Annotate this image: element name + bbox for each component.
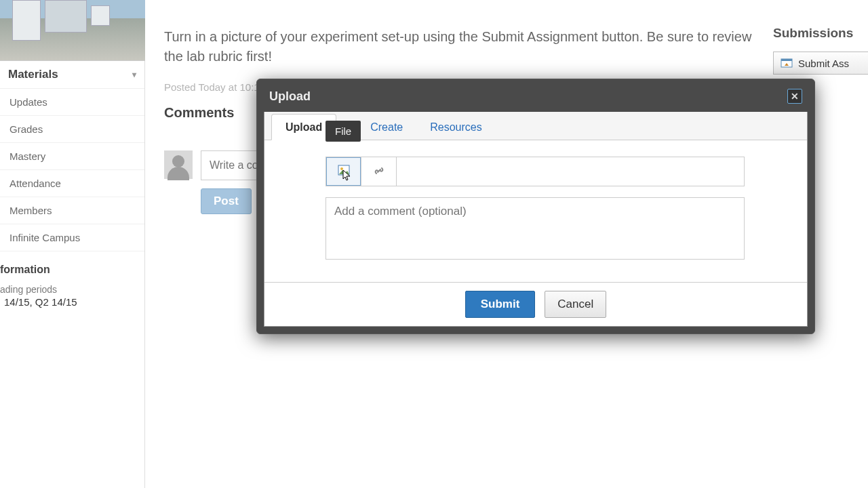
materials-header[interactable]: Materials ▾ xyxy=(0,61,144,89)
submit-icon xyxy=(781,57,793,69)
attachment-drop-area[interactable] xyxy=(397,157,744,186)
materials-label: Materials xyxy=(8,68,58,81)
information-header: formation xyxy=(0,256,144,280)
grading-periods-label: ading periods xyxy=(0,280,144,296)
grading-periods-value: 14/15, Q2 14/15 xyxy=(0,296,144,308)
sidebar-item-attendance[interactable]: Attendance xyxy=(0,170,144,197)
sidebar-item-label: Mastery xyxy=(9,150,45,162)
svg-rect-1 xyxy=(781,59,792,61)
sidebar-item-mastery[interactable]: Mastery xyxy=(0,143,144,170)
file-tooltip: File xyxy=(326,121,361,142)
chevron-down-icon: ▾ xyxy=(132,70,136,79)
cancel-button[interactable]: Cancel xyxy=(545,291,606,318)
close-icon: ✕ xyxy=(791,91,799,102)
link-icon xyxy=(372,164,386,180)
sidebar: Materials ▾ Updates Grades Mastery Atten… xyxy=(0,0,145,488)
sidebar-item-label: Grades xyxy=(9,123,43,135)
dialog-titlebar: Upload ✕ xyxy=(264,86,808,112)
post-button[interactable]: Post xyxy=(201,188,252,214)
attach-link-button[interactable] xyxy=(361,157,397,186)
sidebar-item-label: Members xyxy=(9,205,52,216)
upload-dialog: Upload ✕ Upload Create Resources xyxy=(256,79,815,334)
upload-comment-input[interactable] xyxy=(326,197,745,260)
assignment-description: Turn in a picture of your experiment set… xyxy=(164,27,754,66)
sidebar-item-label: Updates xyxy=(9,96,47,108)
tab-resources[interactable]: Resources xyxy=(416,115,495,140)
dialog-footer: Submit Cancel xyxy=(264,282,807,326)
dialog-title: Upload xyxy=(269,89,311,104)
avatar xyxy=(164,150,193,179)
submit-button[interactable]: Submit xyxy=(465,291,536,318)
submissions-panel: Submissions Submit Ass xyxy=(773,26,868,75)
attachment-toolbar xyxy=(326,157,745,186)
submit-assignment-button[interactable]: Submit Ass xyxy=(773,52,868,75)
close-button[interactable]: ✕ xyxy=(787,89,802,104)
tab-create[interactable]: Create xyxy=(357,115,416,140)
attach-file-button[interactable] xyxy=(326,157,361,186)
submissions-heading: Submissions xyxy=(773,26,868,41)
sidebar-item-updates[interactable]: Updates xyxy=(0,89,144,116)
sidebar-item-label: Attendance xyxy=(9,178,61,189)
course-cover-image xyxy=(0,0,145,61)
sidebar-item-grades[interactable]: Grades xyxy=(0,116,144,143)
submit-assignment-label: Submit Ass xyxy=(798,58,849,69)
sidebar-item-members[interactable]: Members xyxy=(0,197,144,224)
sidebar-item-infinite-campus[interactable]: Infinite Campus xyxy=(0,224,144,251)
sidebar-item-label: Infinite Campus xyxy=(9,232,80,243)
